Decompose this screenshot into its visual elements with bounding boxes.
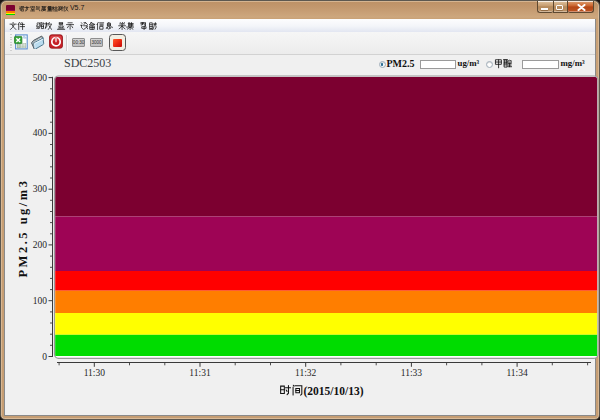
- svg-text:PM2.5 ug/m3: PM2.5 ug/m3: [16, 178, 30, 277]
- svg-text:300: 300: [33, 184, 48, 194]
- svg-text:0: 0: [42, 352, 47, 362]
- svg-text:200: 200: [33, 240, 48, 250]
- svg-text:400: 400: [33, 128, 48, 138]
- svg-text:100: 100: [33, 296, 48, 306]
- svg-text:11:31: 11:31: [189, 368, 211, 378]
- svg-text:11:34: 11:34: [506, 368, 528, 378]
- svg-text:11:30: 11:30: [84, 368, 106, 378]
- svg-text:500: 500: [33, 73, 48, 83]
- svg-text:11:32: 11:32: [295, 368, 317, 378]
- svg-text:11:33: 11:33: [401, 368, 423, 378]
- svg-text:(2015/10/13): (2015/10/13): [304, 385, 364, 398]
